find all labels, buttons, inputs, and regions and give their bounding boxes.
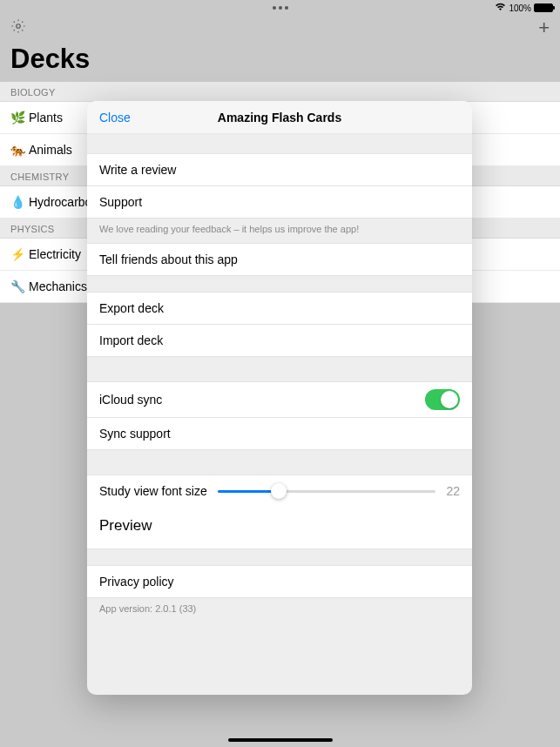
deck-emoji: 🔧 (10, 279, 25, 293)
wifi-icon (495, 3, 506, 13)
font-size-value: 22 (446, 484, 460, 498)
multitasking-dots (273, 6, 288, 10)
modal-header: Close Amazing Flash Cards (87, 101, 472, 134)
deck-emoji: 🐅 (10, 143, 25, 157)
battery-percent: 100% (509, 3, 531, 13)
deck-name: Animals (29, 143, 72, 157)
font-size-slider[interactable] (218, 490, 436, 493)
deck-emoji: ⚡ (10, 247, 25, 261)
sync-support-cell[interactable]: Sync support (87, 417, 472, 450)
deck-name: Plants (29, 111, 63, 124)
icloud-label: iCloud sync (99, 393, 162, 407)
import-deck-cell[interactable]: Import deck (87, 324, 472, 357)
tell-friends-cell[interactable]: Tell friends about this app (87, 243, 472, 276)
battery-icon (534, 3, 553, 12)
icloud-sync-cell: iCloud sync (87, 381, 472, 417)
font-size-label: Study view font size (99, 484, 207, 498)
nav-bar: + (0, 16, 560, 40)
export-deck-cell[interactable]: Export deck (87, 292, 472, 324)
svg-point-0 (17, 24, 21, 29)
home-indicator[interactable] (228, 738, 333, 742)
close-button[interactable]: Close (87, 111, 143, 124)
modal-title: Amazing Flash Cards (218, 111, 341, 124)
section-header-biology: BIOLOGY (0, 82, 560, 102)
deck-name: Mechanics (29, 279, 87, 293)
feedback-footer: We love reading your feedback – it helps… (87, 219, 472, 239)
settings-modal: Close Amazing Flash Cards Write a review… (87, 101, 472, 695)
deck-emoji: 💧 (10, 195, 25, 209)
icloud-toggle[interactable] (425, 389, 460, 410)
gear-icon[interactable] (10, 18, 26, 37)
support-cell[interactable]: Support (87, 185, 472, 219)
deck-name: Electricity (29, 247, 81, 261)
preview-cell: Preview (87, 507, 472, 549)
plus-icon[interactable]: + (538, 17, 550, 39)
page-title: Decks (0, 40, 560, 82)
app-version: App version: 2.0.1 (33) (87, 598, 472, 619)
privacy-policy-cell[interactable]: Privacy policy (87, 565, 472, 598)
deck-emoji: 🌿 (10, 111, 25, 124)
font-size-cell: Study view font size 22 (87, 474, 472, 507)
write-review-cell[interactable]: Write a review (87, 153, 472, 185)
status-bar: 100% (0, 0, 560, 16)
